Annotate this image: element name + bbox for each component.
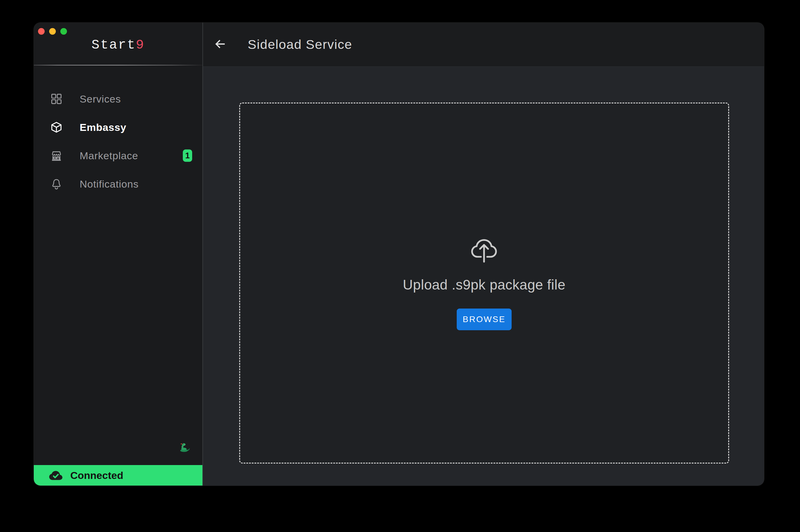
cube-icon bbox=[50, 121, 63, 134]
sidebar-divider bbox=[34, 65, 203, 65]
back-button[interactable] bbox=[214, 39, 226, 51]
page-header: Sideload Service bbox=[203, 23, 764, 66]
desktop-background: Start9 Services bbox=[0, 0, 800, 532]
grid-icon bbox=[50, 93, 63, 105]
sidebar-item-label: Notifications bbox=[80, 178, 139, 190]
upload-label: Upload .s9pk package file bbox=[403, 277, 565, 293]
close-button[interactable] bbox=[38, 28, 45, 35]
zoom-button[interactable] bbox=[60, 28, 67, 35]
logo-accent: 9 bbox=[136, 37, 145, 53]
main-panel: Sideload Service Upload .s9pk package fi… bbox=[203, 23, 764, 486]
minimize-button[interactable] bbox=[49, 28, 56, 35]
main-content: Upload .s9pk package file BROWSE bbox=[203, 66, 764, 486]
cloud-check-icon bbox=[49, 470, 63, 481]
sidebar-menu: Services Embassy bbox=[34, 85, 203, 198]
arrow-left-icon bbox=[214, 38, 226, 51]
browse-button[interactable]: BROWSE bbox=[457, 308, 512, 330]
cloud-upload-icon bbox=[469, 236, 499, 263]
sidebar-item-label: Marketplace bbox=[80, 150, 138, 162]
snake-icon bbox=[178, 442, 190, 452]
window-controls bbox=[38, 28, 67, 35]
sidebar-item-notifications[interactable]: Notifications bbox=[34, 170, 203, 198]
storefront-icon bbox=[50, 149, 63, 162]
sidebar-item-label: Embassy bbox=[80, 121, 127, 133]
sidebar: Start9 Services bbox=[34, 23, 203, 486]
app-logo: Start9 bbox=[34, 37, 203, 53]
bell-icon bbox=[50, 178, 63, 190]
app-window: Start9 Services bbox=[34, 23, 764, 486]
sidebar-item-embassy[interactable]: Embassy bbox=[34, 113, 203, 141]
logo-text: Start bbox=[91, 37, 136, 53]
sidebar-item-label: Services bbox=[80, 93, 121, 105]
sidebar-item-services[interactable]: Services bbox=[34, 85, 203, 113]
marketplace-count-badge: 1 bbox=[183, 150, 192, 162]
page-title: Sideload Service bbox=[248, 37, 353, 52]
connection-status-bar: Connected bbox=[34, 465, 203, 486]
connection-status-label: Connected bbox=[70, 470, 123, 481]
sidebar-item-marketplace[interactable]: Marketplace 1 bbox=[34, 141, 203, 170]
upload-dropzone[interactable]: Upload .s9pk package file BROWSE bbox=[239, 102, 729, 463]
